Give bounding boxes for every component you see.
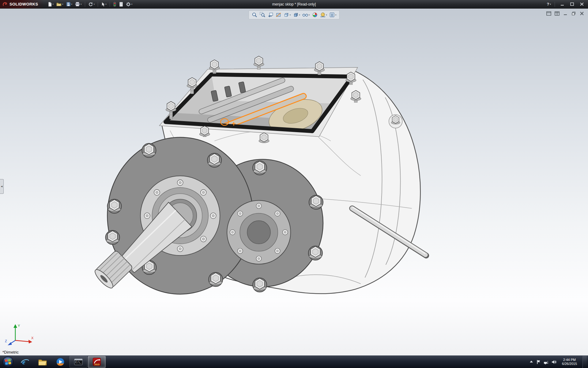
gearbox-assembly-model[interactable] bbox=[0, 9, 588, 356]
display-style-button[interactable]: ▾ bbox=[292, 11, 301, 18]
headsup-view-toolbar: ▾ ▾ ▾ ▾ bbox=[249, 10, 340, 19]
maximize-icon bbox=[570, 2, 574, 6]
open-button[interactable]: ▾ bbox=[55, 1, 64, 7]
view-settings-button[interactable]: ▾ bbox=[329, 11, 337, 18]
command-prompt-glyph: C:\_ bbox=[75, 361, 81, 364]
desktop: SOLIDWORKS ▾ ▾ ▾ ▾ bbox=[0, 0, 588, 368]
display-style-cube-icon bbox=[293, 12, 299, 18]
taskbar-solidworks[interactable]: 2015 bbox=[88, 356, 106, 368]
svg-text:e: e bbox=[22, 358, 25, 366]
taskbar-command-prompt[interactable]: C:\_ bbox=[70, 356, 87, 368]
open-folder-icon bbox=[56, 2, 62, 6]
minimize-document-icon bbox=[563, 12, 567, 15]
taskbar-clock[interactable]: 2:44 PM 6/26/2015 bbox=[560, 358, 579, 366]
hide-show-glasses-icon bbox=[302, 12, 308, 18]
file-properties-button[interactable] bbox=[118, 1, 124, 7]
flag-icon bbox=[537, 360, 541, 364]
view-orientation-cube-icon bbox=[284, 12, 289, 18]
new-document-button[interactable]: ▾ bbox=[47, 1, 55, 7]
taskbar-internet-explorer[interactable]: e bbox=[16, 356, 33, 367]
apply-scene-button[interactable]: ▾ bbox=[319, 11, 328, 18]
undo-button[interactable]: ▾ bbox=[87, 1, 96, 7]
options-button[interactable]: ▾ bbox=[125, 1, 134, 7]
file-properties-icon bbox=[119, 2, 123, 7]
solidworks-app-icon: 2015 bbox=[92, 357, 101, 366]
ds-logo-icon bbox=[2, 2, 8, 7]
solidworks-logo: SOLIDWORKS bbox=[0, 0, 44, 8]
cascade-windows-button[interactable] bbox=[546, 11, 552, 16]
cascade-windows-icon bbox=[546, 11, 551, 16]
graphics-area[interactable]: ▾ ▾ ▾ ▾ bbox=[0, 8, 588, 356]
featuremanager-collapsed-tab[interactable]: ◀ bbox=[0, 179, 4, 194]
close-icon bbox=[580, 2, 584, 6]
previous-view-button[interactable] bbox=[267, 11, 274, 18]
zoom-to-area-button[interactable] bbox=[259, 11, 266, 18]
solidworks-version-badge: 2015 bbox=[94, 363, 100, 366]
previous-view-icon bbox=[268, 12, 273, 18]
select-cursor-icon bbox=[101, 2, 105, 7]
minimize-button[interactable] bbox=[559, 2, 566, 7]
view-settings-icon bbox=[329, 12, 335, 18]
print-icon bbox=[75, 2, 80, 6]
apply-scene-icon bbox=[320, 12, 326, 18]
help-button[interactable]: ?▾ bbox=[547, 2, 551, 6]
app-name: SOLIDWORKS bbox=[9, 2, 38, 6]
edit-appearance-ball-icon bbox=[312, 12, 318, 18]
close-document-button[interactable] bbox=[579, 11, 585, 16]
view-orientation-button[interactable]: ▾ bbox=[283, 11, 292, 18]
network-monitor-icon bbox=[544, 360, 548, 364]
media-player-icon bbox=[56, 357, 65, 366]
minimize-document-button[interactable] bbox=[562, 11, 568, 16]
document-title: menjac sklop * [Read-only] bbox=[272, 2, 316, 6]
document-window-controls bbox=[546, 11, 585, 16]
titlebar: SOLIDWORKS ▾ ▾ ▾ ▾ bbox=[0, 0, 588, 8]
zoom-to-fit-button[interactable] bbox=[251, 11, 258, 18]
action-center-icon[interactable] bbox=[537, 360, 541, 364]
start-button[interactable] bbox=[0, 356, 16, 368]
hide-show-items-button[interactable]: ▾ bbox=[302, 11, 311, 18]
undo-icon bbox=[88, 2, 93, 6]
restore-document-icon bbox=[571, 12, 576, 15]
section-view-button[interactable] bbox=[275, 11, 282, 18]
maximize-button[interactable] bbox=[568, 2, 576, 7]
main-toolbar: ▾ ▾ ▾ ▾ ▾ bbox=[47, 1, 134, 7]
rebuild-button[interactable] bbox=[112, 1, 117, 7]
network-icon[interactable] bbox=[544, 360, 548, 364]
tile-windows-icon bbox=[555, 11, 560, 16]
zoom-to-area-icon bbox=[260, 12, 266, 18]
triad-z-label: Z bbox=[5, 339, 7, 343]
section-view-icon bbox=[276, 12, 281, 18]
rebuild-stoplight-icon bbox=[113, 2, 116, 7]
minimize-icon bbox=[560, 3, 564, 6]
clock-date: 6/26/2015 bbox=[562, 362, 577, 366]
command-prompt-icon: C:\_ bbox=[74, 357, 83, 366]
new-document-icon bbox=[48, 2, 52, 7]
titlebar-right: ?▾ bbox=[547, 2, 588, 7]
taskbar: e C:\_ bbox=[0, 355, 588, 368]
edit-appearance-button[interactable] bbox=[311, 11, 318, 18]
close-document-icon bbox=[580, 12, 584, 15]
triad-x-label: X bbox=[31, 336, 34, 340]
save-button[interactable]: ▾ bbox=[65, 1, 74, 7]
clock-time: 2:44 PM bbox=[562, 358, 577, 362]
triad-y-label: Y bbox=[18, 324, 20, 328]
taskbar-media-player[interactable] bbox=[52, 356, 69, 367]
internet-explorer-icon: e bbox=[20, 357, 29, 366]
tile-windows-button[interactable] bbox=[554, 11, 560, 16]
speaker-icon bbox=[552, 360, 556, 364]
save-icon bbox=[66, 2, 71, 6]
close-button[interactable] bbox=[578, 2, 586, 7]
select-button[interactable]: ▾ bbox=[100, 1, 107, 7]
print-button[interactable]: ▾ bbox=[74, 1, 83, 7]
chevron-up-icon bbox=[529, 360, 533, 364]
folder-icon bbox=[38, 358, 47, 366]
side-cover[interactable] bbox=[227, 200, 291, 264]
options-gear-icon bbox=[126, 2, 131, 7]
taskbar-windows-explorer[interactable] bbox=[34, 356, 51, 367]
restore-document-button[interactable] bbox=[571, 11, 577, 16]
show-hidden-icons-button[interactable] bbox=[529, 360, 533, 364]
volume-icon[interactable] bbox=[552, 360, 556, 364]
windows-start-orb-icon bbox=[2, 356, 14, 368]
view-orientation-label: *Dimetric bbox=[2, 350, 19, 355]
show-desktop-button[interactable] bbox=[582, 356, 587, 368]
